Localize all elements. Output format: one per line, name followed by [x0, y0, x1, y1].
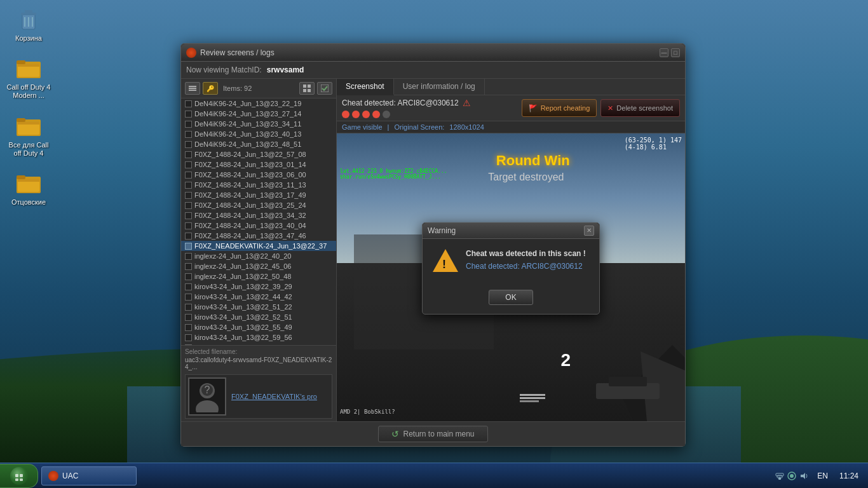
- file-item[interactable]: F0XZ_1488-24_Jun_13@23_47_46: [181, 231, 336, 241]
- file-item[interactable]: F0XZ_1488-24_Jun_13@22_57_08: [181, 149, 336, 159]
- dialog-titlebar: Warning ✕: [423, 223, 599, 239]
- hud-coords: (63-250, 1) 147 (4-18) 6.81: [625, 137, 682, 151]
- file-item[interactable]: F0XZ_1488-24_Jun_13@23_01_14: [181, 159, 336, 170]
- dialog-close-button[interactable]: ✕: [584, 226, 594, 236]
- toolbar-btn-3[interactable]: [299, 82, 315, 95]
- file-item[interactable]: F0XZ_1488-24_Jun_13@23_25_24: [181, 200, 336, 210]
- file-item[interactable]: F0XZ_1488-24_Jun_13@23_34_32: [181, 210, 336, 220]
- svg-rect-40: [20, 478, 23, 481]
- dialog-body: Cheat was detected in this scan ! Cheat …: [423, 239, 599, 285]
- file-item[interactable]: kirov43-24_Jun_13@22_44_42: [181, 292, 336, 302]
- cheat-overlay-text: lat.4412 223 0 hwnum:ZZ2_cB4ECCA... shar…: [340, 168, 447, 180]
- svg-rect-19: [189, 86, 196, 87]
- dialog-ok-button[interactable]: OK: [489, 290, 533, 305]
- svg-rect-21: [189, 90, 196, 91]
- svg-rect-14: [18, 122, 39, 125]
- left-panel-toolbar: 🔑 Items: 92: [181, 79, 336, 98]
- clock: 11:24: [836, 471, 862, 480]
- file-item[interactable]: F0XZ_1488-24_Jun_13@23_11_13: [181, 180, 336, 190]
- recycle-bin-icon[interactable]: Корзина: [6, 6, 51, 43]
- tab-bar: Screenshot User information / log: [337, 79, 685, 95]
- volume-tray-icon: [799, 471, 809, 481]
- file-item[interactable]: F0XZ_1488-24_Jun_13@23_06_00: [181, 170, 336, 180]
- target-destroyed-text: Target destroyed: [488, 172, 564, 183]
- file-item[interactable]: kirov43-24_Jun_13@22_51_22: [181, 302, 336, 312]
- file-item[interactable]: F0XZ_1488-24_Jun_13@23_17_49: [181, 190, 336, 200]
- svg-rect-12: [17, 118, 25, 122]
- file-item[interactable]: DeN4iK96-24_Jun_13@23_27_14: [181, 109, 336, 119]
- left-panel: 🔑 Items: 92: [181, 79, 337, 421]
- delete-icon: ✕: [607, 104, 613, 112]
- profile-area: ? F0XZ_NEADEKVATIK's pro: [185, 374, 332, 419]
- tab-user-info[interactable]: User information / log: [394, 79, 485, 95]
- tab-screenshot[interactable]: Screenshot: [337, 79, 394, 95]
- file-item[interactable]: inglexz-24_Jun_13@22_45_06: [181, 261, 336, 271]
- svg-rect-37: [15, 474, 18, 477]
- report-cheating-button[interactable]: 🚩 Report cheating: [522, 99, 597, 117]
- svg-rect-16: [17, 175, 25, 179]
- svg-rect-23: [308, 85, 311, 88]
- folder-cod4-icon[interactable]: Call off Duty 4 Modern ...: [6, 55, 51, 100]
- file-item-selected[interactable]: F0XZ_NEADEKVATIK-24_Jun_13@22_37: [181, 241, 336, 251]
- svg-rect-18: [18, 179, 39, 182]
- resolution-value: 1280x1024: [449, 123, 484, 131]
- taskbar: UAC EN: [0, 463, 868, 488]
- app-icon: [186, 48, 196, 58]
- window-controls: — □: [660, 48, 680, 57]
- file-item[interactable]: kirov43-24_Jun_13@22_55_49: [181, 322, 336, 332]
- file-item[interactable]: kirov43-24_Jun_13@22_39_29: [181, 281, 336, 292]
- round-win-text: Round Win: [496, 152, 570, 169]
- selected-filename-label: Selected filename:: [185, 348, 332, 355]
- weapon-area: [545, 307, 685, 421]
- taskbar-program-uac[interactable]: UAC: [41, 466, 137, 485]
- hud-bars: [520, 394, 545, 402]
- dialog-title: Warning: [428, 226, 456, 235]
- svg-point-28: [196, 400, 219, 412]
- file-item[interactable]: inglexz-24_Jun_13@22_50_48: [181, 271, 336, 281]
- security-tray-icon: [787, 471, 797, 481]
- desktop-icons: Корзина Call off Duty 4 Modern ... Все д…: [6, 6, 51, 207]
- file-item[interactable]: DeN4iK96-24_Jun_13@23_22_19: [181, 98, 336, 109]
- minimize-button[interactable]: —: [660, 48, 668, 57]
- window-titlebar: Review screens / logs — □: [181, 44, 685, 62]
- file-item[interactable]: DeN4iK96-24_Jun_13@23_40_13: [181, 129, 336, 139]
- folder-otcovskie-icon[interactable]: Отцовские: [6, 170, 51, 207]
- toolbar-btn-2[interactable]: 🔑: [203, 82, 218, 95]
- delete-screenshot-button[interactable]: ✕ Delete screenshot: [600, 99, 680, 117]
- file-item[interactable]: kirov43-24_Jun_13@22_52_51: [181, 312, 336, 322]
- dialog-text-area: Cheat was detected in this scan ! Cheat …: [466, 249, 589, 271]
- dot-5: [383, 111, 390, 118]
- file-item[interactable]: inglexz-24_Jun_13@22_40_20: [181, 251, 336, 261]
- cheat-detected-text: Cheat detected: ARCI8C@030612 ⚠: [342, 98, 471, 108]
- dialog-sub-text: Cheat detected: ARCI8C@030612: [466, 262, 589, 271]
- right-panel: Screenshot User information / log Cheat …: [337, 79, 685, 421]
- file-item[interactable]: F0XZ_1488-24_Jun_13@23_40_04: [181, 220, 336, 231]
- ammo-text: AMD 2| BobSkill?: [340, 409, 395, 415]
- maximize-button[interactable]: □: [671, 48, 680, 57]
- dot-4: [372, 111, 380, 118]
- recycle-bin-label: Корзина: [15, 34, 42, 43]
- dot-2: [352, 111, 360, 118]
- window-bottombar: ↺ Return to main menu: [181, 421, 685, 446]
- toolbar-btn-4[interactable]: [317, 82, 332, 95]
- return-to-main-menu-button[interactable]: ↺ Return to main menu: [378, 426, 487, 442]
- file-list[interactable]: DeN4iK96-24_Jun_13@23_22_19 DeN4iK96-24_…: [181, 98, 336, 345]
- window-content: 🔑 Items: 92: [181, 79, 685, 421]
- profile-link[interactable]: F0XZ_NEADEKVATIK's pro: [231, 393, 317, 400]
- return-icon: ↺: [391, 429, 399, 439]
- file-item[interactable]: kirov43-24_Jun_13@22_59_56: [181, 332, 336, 342]
- file-item[interactable]: DeN4iK96-24_Jun_13@23_48_51: [181, 139, 336, 149]
- file-item[interactable]: DeN4iK96-24_Jun_13@23_34_11: [181, 119, 336, 129]
- svg-rect-38: [20, 474, 23, 477]
- game-info-separator: |: [388, 123, 390, 131]
- cheat-dots: [342, 111, 471, 118]
- match-id-bar: Now viewing MatchID: srwvsamd: [181, 62, 685, 79]
- svg-rect-25: [308, 89, 311, 92]
- svg-rect-26: [321, 85, 329, 92]
- svg-point-45: [790, 474, 794, 478]
- folder-cod4-2-icon[interactable]: Все для Call off Duty 4: [6, 113, 51, 158]
- now-viewing-label: Now viewing MatchID:: [186, 65, 262, 74]
- main-app-window: Review screens / logs — □ Now viewing Ma…: [180, 43, 686, 447]
- start-button[interactable]: [0, 464, 38, 488]
- toolbar-btn-1[interactable]: [185, 82, 200, 95]
